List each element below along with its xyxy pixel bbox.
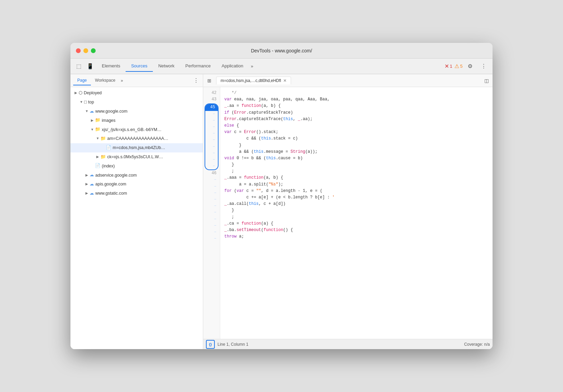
tree-item-top[interactable]: ▼ □ top [70,98,203,107]
sidebar-toggle-icon[interactable]: ⊞ [205,76,214,85]
tree-item-adservice[interactable]: ▶ ☁ adservice.google.com [70,170,203,180]
tree-arrow-images: ▶ [90,118,95,123]
tab-application[interactable]: Application [216,61,249,72]
folder-icon-top: □ [84,99,87,106]
tab-elements[interactable]: Elements [96,61,126,72]
cursor-position: Line 1, Column 1 [218,342,464,347]
editor-tab-close-icon[interactable]: ✕ [283,78,287,83]
panel-more-tabs[interactable]: » [119,76,125,85]
minimize-button[interactable] [83,48,88,53]
line-num-d10: – [203,177,220,183]
line-num-d19: – [203,235,220,242]
code-line-46: ; [224,168,493,175]
code-line-d7: a && (this.message = String(a)); [224,149,493,155]
warning-badge[interactable]: ⚠ 5 [454,63,463,69]
line-num-d15: – [203,209,220,216]
tree-item-gstatic[interactable]: ▶ ☁ www.gstatic.com [70,189,203,198]
tree-arrow-xjs: ▼ [90,127,95,132]
folder-icon-images: 📁 [95,117,100,124]
tree-label-top: top [88,99,94,105]
line-num-d5: – [205,137,218,143]
error-icon: ✕ [445,63,449,69]
settings-icon[interactable]: ⚙ [465,61,476,72]
line-num-d8: – [205,157,218,163]
devtools-status-area: ✕ 1 ⚠ 5 ⚙ ⋮ [445,61,490,72]
line-num-46: 46 [203,170,220,177]
code-line-42: */ [224,90,493,96]
line-numbers: 42 43 45 – – – – – – – – – [203,87,220,339]
tree-label-deployed: Deployed [84,89,102,96]
folder-icon-ck: 📁 [100,153,106,161]
code-content[interactable]: */ var eaa, naa, jaa, oaa, paa, qaa, Aaa… [220,87,493,339]
inspect-element-icon[interactable]: ⬚ [73,61,84,72]
code-line-d3: else { [224,122,493,129]
code-line-cb1: } [224,207,493,214]
editor-tab-active[interactable]: m=cdos,hsm,jsa,…c,dtl0hd,eHDfl ✕ [216,77,291,84]
device-toolbar-icon[interactable]: 📱 [85,61,96,72]
code-line-settimeout: _.ba.setTimeout(function() { [224,227,493,233]
editor-tab-bar: ⊞ m=cdos,hsm,jsa,…c,dtl0hd,eHDfl ✕ ◫ [203,74,493,87]
panel-menu-icon[interactable]: ⋮ [192,76,200,85]
tree-arrow-deployed: ▶ [73,90,79,96]
tab-performance[interactable]: Performance [180,61,216,72]
line-num-d14: – [203,203,220,209]
code-line-d1: if (Error.captureStackTrace) [224,110,493,116]
code-line-semi: ; [224,214,493,220]
tree-item-ck[interactable]: ▶ 📁 ck=xjs.s.0Mx5ys3sCUI.L.W… [70,152,203,162]
line-num-d1: – [205,111,218,117]
folder-icon-xjs: 📁 [95,126,100,133]
devtools-tab-bar: ⬚ 📱 Elements Sources Network Performance… [70,59,493,74]
tree-item-apis[interactable]: ▶ ☁ apis.google.com [70,180,203,189]
line-num-d11: – [203,183,220,190]
tree-item-google[interactable]: ▼ ☁ www.google.com [70,107,203,116]
tab-sources[interactable]: Sources [126,61,153,72]
editor-tab-label: m=cdos,hsm,jsa,…c,dtl0hd,eHDfl [221,78,281,83]
format-button[interactable]: {} [206,340,215,349]
tree-arrow-gstatic: ▶ [84,191,90,196]
tree-label-google: www.google.com [95,108,128,115]
tree-item-xjs[interactable]: ▼ 📁 xjs/_/js/k=xjs.s.en_GB.-b6YM… [70,125,203,134]
main-tab-list: Elements Sources Network Performance App… [96,61,445,72]
sources-left-panel: Page Workspace » ⋮ ▶ ⬡ Deployed ▼ □ top [70,74,203,349]
tree-label-images: images [102,117,115,124]
code-editor: 42 43 45 – – – – – – – – – [203,87,493,339]
code-editor-panel: ⊞ m=cdos,hsm,jsa,…c,dtl0hd,eHDfl ✕ ◫ 42 … [203,74,493,349]
code-line-concat: c += a[e] + (e < b.length ? b[e] : ' [224,194,493,201]
line-num-d6: – [205,144,218,150]
line-num-42: 42 [203,90,220,96]
code-line-d2: Error.captureStackTrace(this, _.aa); [224,116,493,122]
line-num-d12: – [203,190,220,196]
close-button[interactable] [76,48,81,53]
more-options-icon[interactable]: ⋮ [478,61,489,72]
error-badge[interactable]: ✕ 1 [445,63,452,69]
tree-label-apis: apis.google.com [95,181,126,187]
domain-icon-google: ☁ [90,108,94,115]
code-line-d4: var c = Error().stack; [224,129,493,135]
more-tabs-button[interactable]: » [249,61,255,71]
code-line-43: var eaa, naa, jaa, oaa, paa, qaa, Aaa, B… [224,96,493,103]
window-title: DevTools - www.google.com/ [251,48,312,53]
line-num-d3: – [205,124,218,130]
tree-item-deployed[interactable]: ▶ ⬡ Deployed [70,88,203,98]
tree-label-adservice: adservice.google.com [95,172,137,179]
tree-arrow-am: ▼ [95,136,100,141]
tree-label-am: am=CAAAAAAAAAAAAAAAA… [107,135,168,142]
maximize-button[interactable] [91,48,96,53]
tree-item-am[interactable]: ▼ 📁 am=CAAAAAAAAAAAAAAAA… [70,134,203,143]
file-icon-mfile: 📄 [106,144,111,151]
code-line-45: _.aa = function(a, b) { [224,103,493,109]
tree-item-images[interactable]: ▶ 📁 images [70,116,203,125]
file-tree: ▶ ⬡ Deployed ▼ □ top ▼ ☁ www.google.com [70,87,203,349]
tree-item-index[interactable]: 📄 (index) [70,161,203,170]
line-num-d13: – [203,196,220,203]
line-num-d17: – [203,223,220,229]
tree-label-xjs: xjs/_/js/k=xjs.s.en_GB.-b6YM… [102,126,161,133]
file-icon-index: 📄 [95,162,100,169]
tab-network[interactable]: Network [153,61,180,72]
tab-workspace[interactable]: Workspace [91,76,119,85]
warning-icon: ⚠ [454,63,459,69]
tab-page[interactable]: Page [73,76,91,85]
coverage-status: Coverage: n/a [464,342,490,347]
navigator-toggle-icon[interactable]: ◫ [482,76,491,85]
tree-item-mfile[interactable]: 📄 m=cdos,hsm,jsa,mb4ZUb… [70,143,203,152]
